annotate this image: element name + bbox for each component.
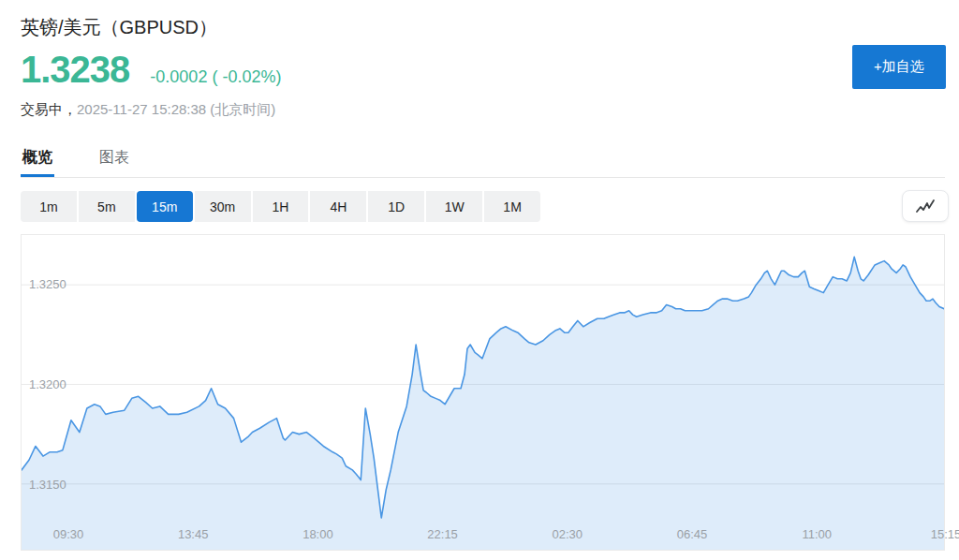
y-axis-label: 1.3200 — [29, 377, 66, 392]
interval-30m[interactable]: 30m — [195, 191, 251, 222]
interval-1m-month[interactable]: 1M — [484, 191, 540, 222]
interval-1w[interactable]: 1W — [426, 191, 482, 222]
x-axis-label: 18:00 — [302, 527, 333, 541]
y-axis-label: 1.3250 — [29, 277, 66, 292]
tab-bar: 概览 图表 — [21, 140, 945, 178]
price-chart[interactable]: 1.3250 1.3200 1.3150 09:30 13:45 18:00 2… — [21, 234, 945, 551]
x-axis-label: 02:30 — [553, 527, 583, 541]
y-axis-label: 1.3150 — [29, 478, 66, 493]
tab-overview-label: 概览 — [22, 149, 52, 165]
chart-type-button[interactable] — [902, 190, 949, 222]
interval-1m[interactable]: 1m — [21, 191, 77, 222]
interval-1d[interactable]: 1D — [368, 191, 424, 222]
chart-toolbar: 1m 5m 15m 30m 1H 4H 1D 1W 1M — [21, 190, 945, 222]
last-price: 1.3238 — [21, 49, 129, 91]
tab-chart-label: 图表 — [99, 149, 129, 165]
interval-selector: 1m 5m 15m 30m 1H 4H 1D 1W 1M — [21, 191, 540, 222]
line-chart-icon — [915, 198, 936, 214]
area-chart-canvas — [22, 235, 944, 550]
price-row: 1.3238 -0.0002 ( -0.02%) — [21, 49, 281, 91]
x-axis-label: 13:45 — [178, 527, 209, 541]
price-change: -0.0002 ( -0.02%) — [150, 67, 281, 87]
x-axis-label: 09:30 — [53, 527, 84, 541]
tab-overview[interactable]: 概览 — [21, 140, 54, 177]
x-axis-label: 11:00 — [802, 527, 832, 541]
add-watchlist-button[interactable]: +加自选 — [852, 45, 946, 89]
quote-page: 英镑/美元（GBPUSD） 1.3238 -0.0002 ( -0.02%) 交… — [0, 0, 959, 560]
interval-15m[interactable]: 15m — [137, 191, 193, 222]
x-axis-label: 22:15 — [427, 527, 458, 541]
interval-5m[interactable]: 5m — [79, 191, 135, 222]
trading-status: 交易中， — [21, 101, 77, 117]
interval-1h[interactable]: 1H — [253, 191, 309, 222]
quote-timestamp: 2025-11-27 15:28:38 (北京时间) — [77, 101, 275, 117]
interval-4h[interactable]: 4H — [310, 191, 366, 222]
x-axis-label: 15:15 — [931, 527, 959, 541]
status-row: 交易中，2025-11-27 15:28:38 (北京时间) — [21, 101, 275, 119]
page-title: 英镑/美元（GBPUSD） — [21, 15, 217, 40]
x-axis-label: 06:45 — [677, 527, 708, 541]
tab-chart[interactable]: 图表 — [97, 140, 131, 177]
